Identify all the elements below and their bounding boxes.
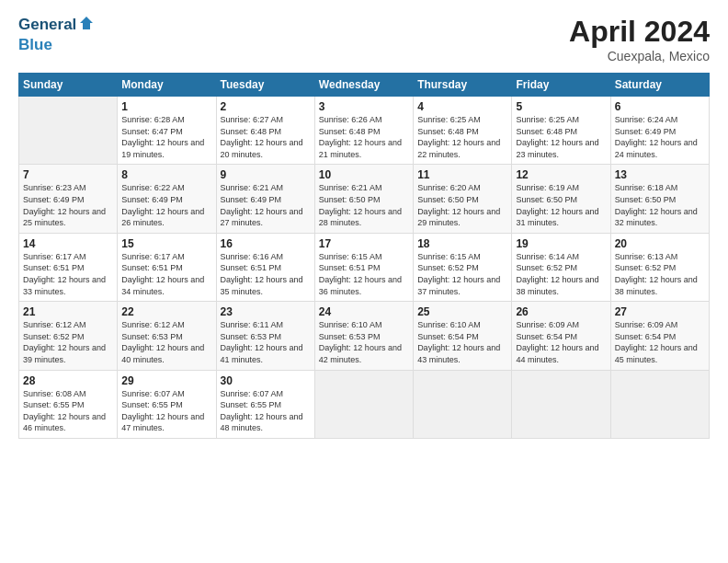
day-info: Sunrise: 6:22 AMSunset: 6:49 PMDaylight:… [121, 182, 211, 228]
day-number: 20 [615, 237, 705, 250]
weekday-header: Thursday [414, 74, 512, 97]
logo-icon [78, 15, 95, 31]
day-number: 2 [221, 100, 311, 113]
day-info: Sunrise: 6:10 AMSunset: 6:53 PMDaylight:… [319, 319, 409, 365]
calendar-week-row: 7Sunrise: 6:23 AMSunset: 6:49 PMDaylight… [19, 165, 710, 233]
day-info: Sunrise: 6:08 AMSunset: 6:55 PMDaylight:… [23, 388, 113, 434]
header-row: SundayMondayTuesdayWednesdayThursdayFrid… [19, 74, 710, 97]
calendar-cell: 21Sunrise: 6:12 AMSunset: 6:52 PMDayligh… [19, 302, 118, 370]
day-info: Sunrise: 6:12 AMSunset: 6:53 PMDaylight:… [121, 319, 211, 365]
calendar-cell: 25Sunrise: 6:10 AMSunset: 6:54 PMDayligh… [414, 302, 512, 370]
calendar-cell: 20Sunrise: 6:13 AMSunset: 6:52 PMDayligh… [610, 233, 709, 301]
calendar-cell: 29Sunrise: 6:07 AMSunset: 6:55 PMDayligh… [118, 370, 216, 438]
weekday-header: Wednesday [314, 74, 413, 97]
day-number: 14 [23, 237, 113, 250]
page: General Blue April 2024 Cuexpala, Mexico… [0, 0, 728, 563]
calendar-cell: 13Sunrise: 6:18 AMSunset: 6:50 PMDayligh… [610, 165, 709, 233]
day-number: 26 [516, 305, 606, 318]
calendar-cell [512, 370, 610, 438]
day-info: Sunrise: 6:11 AMSunset: 6:53 PMDaylight:… [221, 319, 311, 365]
logo-text: General [18, 15, 95, 36]
day-number: 13 [615, 168, 705, 181]
calendar-cell: 26Sunrise: 6:09 AMSunset: 6:54 PMDayligh… [512, 302, 610, 370]
day-info: Sunrise: 6:16 AMSunset: 6:51 PMDaylight:… [221, 251, 311, 297]
day-info: Sunrise: 6:17 AMSunset: 6:51 PMDaylight:… [23, 251, 113, 297]
day-info: Sunrise: 6:14 AMSunset: 6:52 PMDaylight:… [516, 251, 606, 297]
day-number: 5 [516, 100, 606, 113]
calendar-cell: 17Sunrise: 6:15 AMSunset: 6:51 PMDayligh… [314, 233, 413, 301]
day-info: Sunrise: 6:25 AMSunset: 6:48 PMDaylight:… [516, 114, 606, 160]
calendar-cell: 6Sunrise: 6:24 AMSunset: 6:49 PMDaylight… [610, 97, 709, 165]
day-info: Sunrise: 6:10 AMSunset: 6:54 PMDaylight:… [417, 319, 507, 365]
day-number: 25 [417, 305, 507, 318]
day-info: Sunrise: 6:12 AMSunset: 6:52 PMDaylight:… [23, 319, 113, 365]
header: General Blue April 2024 Cuexpala, Mexico [18, 15, 710, 63]
day-info: Sunrise: 6:07 AMSunset: 6:55 PMDaylight:… [121, 388, 211, 434]
day-info: Sunrise: 6:27 AMSunset: 6:48 PMDaylight:… [221, 114, 311, 160]
day-number: 15 [121, 237, 211, 250]
calendar-cell: 2Sunrise: 6:27 AMSunset: 6:48 PMDaylight… [216, 97, 314, 165]
day-number: 1 [121, 100, 211, 113]
calendar-cell: 9Sunrise: 6:21 AMSunset: 6:49 PMDaylight… [216, 165, 314, 233]
calendar-cell: 15Sunrise: 6:17 AMSunset: 6:51 PMDayligh… [118, 233, 216, 301]
calendar-cell [610, 370, 709, 438]
day-number: 23 [221, 305, 311, 318]
calendar-cell: 8Sunrise: 6:22 AMSunset: 6:49 PMDaylight… [118, 165, 216, 233]
logo: General Blue [18, 15, 95, 53]
calendar-cell [314, 370, 413, 438]
calendar-cell [414, 370, 512, 438]
weekday-header: Saturday [610, 74, 709, 97]
month-title: April 2024 [569, 15, 710, 49]
day-number: 10 [319, 168, 409, 181]
calendar-week-row: 21Sunrise: 6:12 AMSunset: 6:52 PMDayligh… [19, 302, 710, 370]
calendar-table: SundayMondayTuesdayWednesdayThursdayFrid… [18, 73, 710, 439]
day-info: Sunrise: 6:20 AMSunset: 6:50 PMDaylight:… [417, 182, 507, 228]
svg-marker-0 [80, 17, 93, 29]
calendar-cell: 5Sunrise: 6:25 AMSunset: 6:48 PMDaylight… [512, 97, 610, 165]
calendar-cell: 24Sunrise: 6:10 AMSunset: 6:53 PMDayligh… [314, 302, 413, 370]
day-number: 27 [615, 305, 705, 318]
day-info: Sunrise: 6:25 AMSunset: 6:48 PMDaylight:… [417, 114, 507, 160]
day-number: 16 [221, 237, 311, 250]
day-info: Sunrise: 6:15 AMSunset: 6:51 PMDaylight:… [319, 251, 409, 297]
calendar-cell: 27Sunrise: 6:09 AMSunset: 6:54 PMDayligh… [610, 302, 709, 370]
location-title: Cuexpala, Mexico [569, 49, 710, 63]
calendar-week-row: 28Sunrise: 6:08 AMSunset: 6:55 PMDayligh… [19, 370, 710, 438]
calendar-cell: 28Sunrise: 6:08 AMSunset: 6:55 PMDayligh… [19, 370, 118, 438]
weekday-header: Sunday [19, 74, 118, 97]
day-info: Sunrise: 6:15 AMSunset: 6:52 PMDaylight:… [417, 251, 507, 297]
day-number: 12 [516, 168, 606, 181]
logo-blue: Blue [18, 36, 95, 54]
calendar-cell: 4Sunrise: 6:25 AMSunset: 6:48 PMDaylight… [414, 97, 512, 165]
day-number: 11 [417, 168, 507, 181]
calendar-cell: 3Sunrise: 6:26 AMSunset: 6:48 PMDaylight… [314, 97, 413, 165]
day-number: 17 [319, 237, 409, 250]
calendar-cell: 1Sunrise: 6:28 AMSunset: 6:47 PMDaylight… [118, 97, 216, 165]
day-info: Sunrise: 6:21 AMSunset: 6:50 PMDaylight:… [319, 182, 409, 228]
calendar-week-row: 14Sunrise: 6:17 AMSunset: 6:51 PMDayligh… [19, 233, 710, 301]
day-number: 24 [319, 305, 409, 318]
day-number: 18 [417, 237, 507, 250]
calendar-cell: 7Sunrise: 6:23 AMSunset: 6:49 PMDaylight… [19, 165, 118, 233]
day-info: Sunrise: 6:19 AMSunset: 6:50 PMDaylight:… [516, 182, 606, 228]
calendar-cell: 16Sunrise: 6:16 AMSunset: 6:51 PMDayligh… [216, 233, 314, 301]
day-info: Sunrise: 6:24 AMSunset: 6:49 PMDaylight:… [615, 114, 705, 160]
calendar-cell: 12Sunrise: 6:19 AMSunset: 6:50 PMDayligh… [512, 165, 610, 233]
day-number: 29 [121, 374, 211, 387]
day-info: Sunrise: 6:09 AMSunset: 6:54 PMDaylight:… [615, 319, 705, 365]
day-info: Sunrise: 6:13 AMSunset: 6:52 PMDaylight:… [615, 251, 705, 297]
weekday-header: Tuesday [216, 74, 314, 97]
calendar-cell: 10Sunrise: 6:21 AMSunset: 6:50 PMDayligh… [314, 165, 413, 233]
day-info: Sunrise: 6:26 AMSunset: 6:48 PMDaylight:… [319, 114, 409, 160]
day-number: 3 [319, 100, 409, 113]
calendar-cell: 23Sunrise: 6:11 AMSunset: 6:53 PMDayligh… [216, 302, 314, 370]
day-number: 22 [121, 305, 211, 318]
day-number: 9 [221, 168, 311, 181]
day-number: 4 [417, 100, 507, 113]
calendar-week-row: 1Sunrise: 6:28 AMSunset: 6:47 PMDaylight… [19, 97, 710, 165]
day-number: 28 [23, 374, 113, 387]
calendar-cell: 18Sunrise: 6:15 AMSunset: 6:52 PMDayligh… [414, 233, 512, 301]
day-number: 8 [121, 168, 211, 181]
day-info: Sunrise: 6:09 AMSunset: 6:54 PMDaylight:… [516, 319, 606, 365]
day-info: Sunrise: 6:07 AMSunset: 6:55 PMDaylight:… [221, 388, 311, 434]
